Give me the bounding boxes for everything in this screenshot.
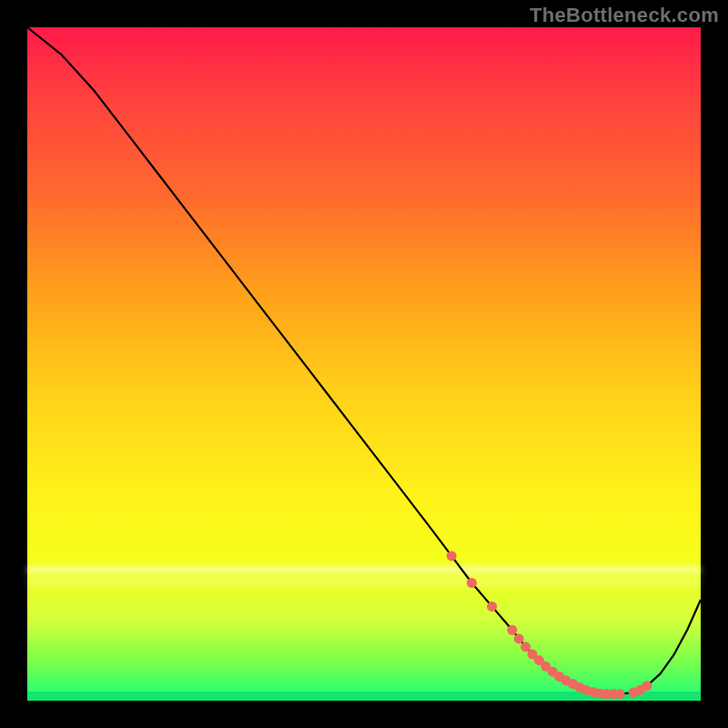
fit-dot (514, 633, 524, 643)
fit-dot (507, 625, 517, 635)
watermark-text: TheBottleneck.com (530, 4, 719, 27)
fit-dot (615, 689, 625, 699)
fit-region-dots (447, 551, 652, 699)
chart-stage: TheBottleneck.com (0, 0, 728, 728)
fit-dot (467, 578, 477, 588)
fit-dot (521, 642, 531, 652)
bottleneck-curve (27, 27, 701, 694)
fit-dot (447, 551, 457, 561)
chart-svg (27, 27, 701, 701)
chart-plot-area (27, 27, 701, 701)
fit-dot (487, 602, 497, 612)
fit-dot (642, 681, 652, 691)
